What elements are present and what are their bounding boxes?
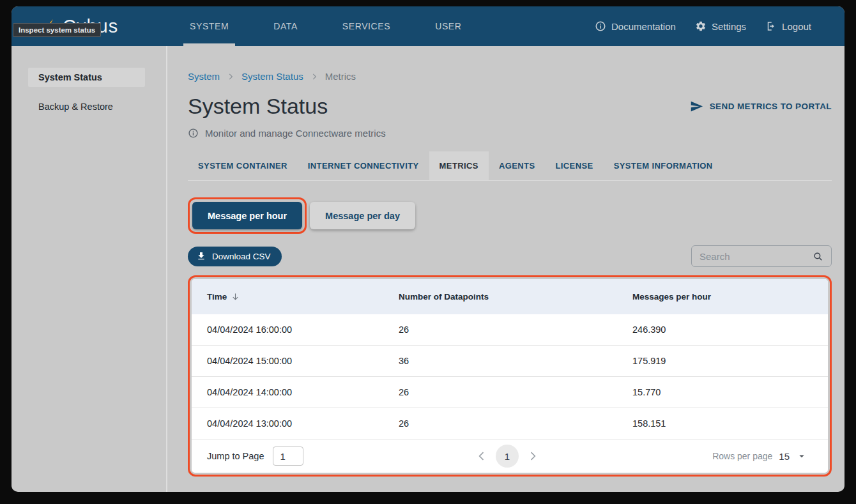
page-title: System Status (188, 93, 328, 119)
breadcrumb: System System Status Metrics (188, 71, 832, 82)
search-box[interactable] (691, 245, 832, 267)
nav-item-system[interactable]: SYSTEM (183, 6, 235, 46)
info-icon (188, 128, 199, 139)
nav-item-user[interactable]: USER (429, 6, 468, 46)
tab-agents[interactable]: AGENTS (489, 151, 546, 180)
toggle-message-per-day[interactable]: Message per day (310, 202, 415, 229)
settings-button[interactable]: Settings (695, 20, 746, 32)
breadcrumb-system-status[interactable]: System Status (241, 71, 303, 82)
tab-system-container[interactable]: SYSTEM CONTAINER (188, 151, 298, 180)
chevron-right-icon (310, 72, 319, 81)
sort-descending-icon (231, 292, 240, 302)
next-page-button[interactable] (526, 450, 539, 462)
cell-datapoints: 26 (399, 387, 632, 397)
cell-time: 04/04/2024 14:00:00 (207, 387, 399, 397)
send-icon (690, 100, 703, 113)
cell-messages: 175.919 (632, 356, 828, 366)
table-row: 04/04/2024 13:00:00 26 158.151 (192, 408, 828, 439)
sidebar-item-backup-restore[interactable]: Backup & Restore (28, 97, 155, 116)
table-row: 04/04/2024 14:00:00 26 15.770 (192, 377, 828, 408)
title-row: System Status SEND METRICS TO PORTAL (188, 93, 832, 119)
table-toolbar: Download CSV (188, 245, 832, 267)
page-subtitle: Monitor and manage Connectware metrics (188, 128, 832, 139)
column-header-time[interactable]: Time (207, 292, 399, 302)
send-metrics-button[interactable]: SEND METRICS TO PORTAL (690, 100, 832, 113)
tab-internet-connectivity[interactable]: INTERNET CONNECTIVITY (298, 151, 429, 180)
search-icon[interactable] (813, 251, 823, 262)
tooltip: Inspect system status (13, 23, 101, 37)
rows-per-page-control[interactable]: Rows per page 15 (539, 450, 807, 462)
top-navbar: Cybus Inspect system status SYSTEM DATA … (11, 6, 845, 46)
current-page-button[interactable]: 1 (496, 445, 519, 468)
rows-per-page-value: 15 (779, 451, 790, 462)
download-csv-button[interactable]: Download CSV (188, 247, 282, 266)
main-nav: SYSTEM DATA SERVICES USER (183, 6, 468, 46)
sidebar-item-system-status[interactable]: System Status (28, 68, 145, 87)
jump-to-page-label: Jump to Page (207, 451, 264, 461)
cell-datapoints: 36 (399, 356, 632, 366)
tab-license[interactable]: LICENSE (545, 151, 603, 180)
metrics-tabs: SYSTEM CONTAINER INTERNET CONNECTIVITY M… (188, 151, 832, 181)
toggle-message-per-hour[interactable]: Message per hour (192, 202, 302, 229)
table-footer: Jump to Page 1 (192, 439, 828, 473)
chevron-left-icon (475, 450, 488, 462)
annotation-highlight-toggle: Message per hour (188, 197, 307, 234)
logout-icon (765, 20, 777, 32)
cell-time: 04/04/2024 15:00:00 (207, 356, 399, 366)
column-header-messages[interactable]: Messages per hour (632, 292, 828, 302)
gear-icon (695, 20, 707, 32)
tab-system-information[interactable]: SYSTEM INFORMATION (604, 151, 723, 180)
breadcrumb-metrics: Metrics (325, 71, 356, 82)
documentation-button[interactable]: Documentation (595, 20, 676, 32)
cell-messages: 158.151 (632, 418, 828, 429)
search-input[interactable] (699, 251, 807, 262)
caret-down-icon (796, 450, 807, 462)
logout-button[interactable]: Logout (765, 20, 811, 32)
toggle-row: Message per hour Message per day (188, 197, 832, 234)
tab-metrics[interactable]: METRICS (429, 151, 489, 180)
jump-to-page: Jump to Page (207, 447, 475, 466)
nav-item-services[interactable]: SERVICES (336, 6, 397, 46)
navbar-actions: Documentation Settings Logout (595, 6, 811, 46)
table-row: 04/04/2024 16:00:00 26 246.390 (192, 314, 828, 346)
breadcrumb-system[interactable]: System (188, 71, 220, 82)
table-header-row: Time Number of Datapoints Messages per h… (192, 279, 828, 314)
cell-time: 04/04/2024 16:00:00 (207, 325, 399, 335)
chevron-right-icon (226, 72, 235, 81)
main-content: System System Status Metrics System Stat… (167, 46, 845, 492)
cell-messages: 246.390 (632, 325, 828, 335)
app-body: System Status Backup & Restore System Sy… (11, 46, 845, 492)
previous-page-button[interactable] (475, 450, 488, 462)
cell-messages: 15.770 (632, 387, 828, 397)
chevron-right-icon (526, 450, 539, 462)
annotation-highlight-table: Time Number of Datapoints Messages per h… (188, 275, 832, 477)
pager: 1 (475, 445, 539, 468)
nav-item-data[interactable]: DATA (267, 6, 304, 46)
sidebar: System Status Backup & Restore (11, 46, 167, 492)
app-window: Cybus Inspect system status SYSTEM DATA … (11, 6, 845, 492)
table-row: 04/04/2024 15:00:00 36 175.919 (192, 346, 828, 377)
metrics-table: Time Number of Datapoints Messages per h… (192, 279, 828, 473)
cell-datapoints: 26 (399, 325, 632, 335)
info-icon (595, 20, 606, 32)
cell-datapoints: 26 (399, 418, 632, 429)
column-header-datapoints[interactable]: Number of Datapoints (399, 292, 632, 302)
rows-per-page-label: Rows per page (712, 451, 772, 461)
jump-to-page-input[interactable] (273, 447, 303, 466)
cell-time: 04/04/2024 13:00:00 (207, 418, 399, 429)
download-icon (196, 251, 206, 261)
